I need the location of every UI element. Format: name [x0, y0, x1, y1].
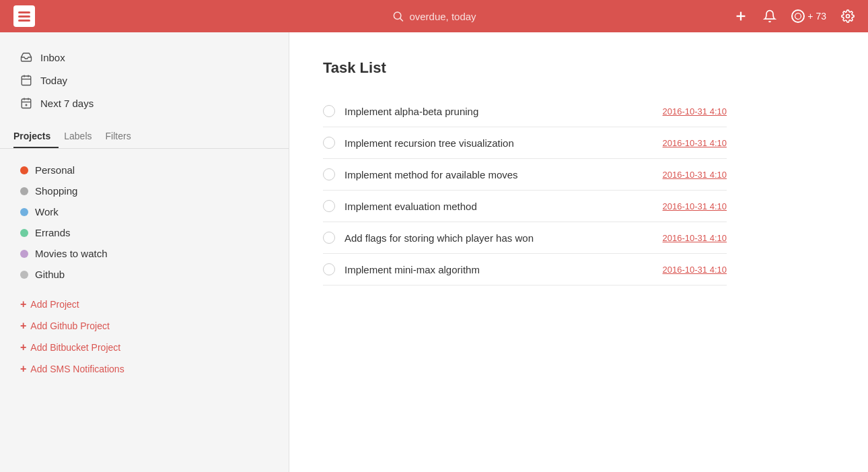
sidebar-projects: Personal Shopping Work Errands Movies to… — [0, 160, 289, 285]
sidebar-item-inbox[interactable]: Inbox — [13, 46, 275, 69]
task-checkbox-3[interactable] — [323, 168, 335, 180]
task-text-3: Implement method for available moves — [345, 169, 518, 180]
task-text-4: Implement evaluation method — [345, 201, 477, 212]
tab-labels[interactable]: Labels — [64, 125, 100, 148]
task-date-6: 2016-10-31 4:10 — [663, 265, 727, 275]
task-text-2: Implement recursion tree visualization — [345, 137, 514, 149]
sidebar-item-movies[interactable]: Movies to watch — [13, 243, 275, 264]
project-dot-personal — [20, 166, 28, 174]
karma-icon — [791, 9, 805, 23]
add-github-label: Add Github Project — [30, 321, 110, 331]
project-dot-errands — [20, 229, 28, 237]
today-icon — [20, 74, 32, 86]
task-left-4: Implement evaluation method — [323, 200, 477, 212]
tab-projects[interactable]: Projects — [13, 125, 59, 148]
task-item-1: Implement alpha-beta pruning 2016-10-31 … — [323, 96, 727, 127]
task-text-5: Add flags for storing which player has w… — [345, 232, 534, 244]
plus-icon: + — [20, 341, 26, 353]
svg-rect-1 — [18, 15, 30, 18]
karma-value: + 73 — [807, 11, 826, 22]
sidebar-actions: +Add Project+Add Github Project+Add Bitb… — [0, 285, 289, 378]
svg-line-4 — [400, 18, 403, 21]
add-github-button[interactable]: +Add Github Project — [13, 317, 275, 335]
settings-button[interactable] — [841, 9, 855, 23]
add-button[interactable] — [733, 9, 748, 24]
task-checkbox-2[interactable] — [323, 137, 335, 149]
sidebar-tabs: Projects Labels Filters — [0, 125, 289, 149]
task-item-4: Implement evaluation method 2016-10-31 4… — [323, 191, 727, 222]
project-label-movies: Movies to watch — [35, 248, 108, 259]
topbar-actions: + 73 — [733, 9, 855, 24]
main-content: Task List Implement alpha-beta pruning 2… — [289, 32, 868, 472]
sidebar-item-next7[interactable]: Next 7 days — [13, 92, 275, 114]
project-dot-shopping — [20, 187, 28, 195]
task-left-5: Add flags for storing which player has w… — [323, 232, 534, 244]
next7-label: Next 7 days — [40, 98, 94, 109]
task-text-6: Implement mini-max algorithm — [345, 264, 480, 275]
project-dot-work — [20, 208, 28, 216]
plus-icon: + — [20, 298, 26, 310]
search-icon — [392, 10, 404, 22]
inbox-icon — [20, 51, 32, 63]
project-label-personal: Personal — [35, 164, 75, 176]
task-date-1: 2016-10-31 4:10 — [663, 106, 727, 116]
task-text-1: Implement alpha-beta pruning — [345, 106, 478, 117]
task-list: Implement alpha-beta pruning 2016-10-31 … — [323, 96, 727, 285]
task-left-2: Implement recursion tree visualization — [323, 137, 514, 149]
project-label-shopping: Shopping — [35, 185, 77, 197]
task-item-5: Add flags for storing which player has w… — [323, 222, 727, 254]
svg-rect-9 — [22, 76, 31, 86]
project-label-work: Work — [35, 206, 59, 217]
plus-icon: + — [20, 363, 26, 375]
notifications-button[interactable] — [763, 9, 776, 23]
svg-rect-0 — [18, 11, 30, 13]
sidebar-item-today[interactable]: Today — [13, 69, 275, 92]
sidebar-item-errands[interactable]: Errands — [13, 222, 275, 243]
task-date-2: 2016-10-31 4:10 — [663, 138, 727, 148]
task-left-6: Implement mini-max algorithm — [323, 263, 480, 275]
task-checkbox-6[interactable] — [323, 263, 335, 275]
plus-icon: + — [20, 320, 26, 332]
add-bitbucket-button[interactable]: +Add Bitbucket Project — [13, 339, 275, 356]
task-left-1: Implement alpha-beta pruning — [323, 105, 478, 117]
sidebar-item-github[interactable]: Github — [13, 264, 275, 285]
topbar: overdue, today + 73 — [0, 0, 868, 32]
task-left-3: Implement method for available moves — [323, 168, 518, 180]
karma-badge[interactable]: + 73 — [791, 9, 826, 23]
svg-point-3 — [394, 12, 401, 20]
add-sms-label: Add SMS Notifications — [30, 364, 124, 374]
tab-filters[interactable]: Filters — [106, 125, 139, 148]
sidebar-item-personal[interactable]: Personal — [13, 160, 275, 180]
page-title: Task List — [323, 59, 834, 77]
today-label: Today — [40, 75, 67, 86]
project-label-errands: Errands — [35, 227, 71, 238]
sidebar-item-work[interactable]: Work — [13, 201, 275, 222]
svg-point-8 — [846, 15, 850, 18]
task-date-5: 2016-10-31 4:10 — [663, 233, 727, 243]
task-checkbox-1[interactable] — [323, 105, 335, 117]
add-bitbucket-label: Add Bitbucket Project — [30, 342, 120, 353]
inbox-label: Inbox — [40, 52, 65, 63]
search-placeholder: overdue, today — [409, 11, 476, 22]
task-date-3: 2016-10-31 4:10 — [663, 170, 727, 180]
add-project-button[interactable]: +Add Project — [13, 296, 275, 313]
project-dot-movies — [20, 250, 28, 258]
project-label-github: Github — [35, 269, 65, 280]
search-bar[interactable]: overdue, today — [392, 10, 476, 22]
project-dot-github — [20, 271, 28, 279]
sidebar: Inbox Today — [0, 32, 289, 472]
layout: Inbox Today — [0, 32, 868, 472]
task-item-3: Implement method for available moves 201… — [323, 159, 727, 191]
svg-rect-13 — [22, 99, 31, 108]
task-date-4: 2016-10-31 4:10 — [663, 201, 727, 211]
task-item-2: Implement recursion tree visualization 2… — [323, 127, 727, 159]
sidebar-nav: Inbox Today — [0, 46, 289, 114]
svg-rect-2 — [18, 20, 30, 22]
add-sms-button[interactable]: +Add SMS Notifications — [13, 360, 275, 378]
task-checkbox-4[interactable] — [323, 200, 335, 212]
task-item-6: Implement mini-max algorithm 2016-10-31 … — [323, 254, 727, 285]
sidebar-item-shopping[interactable]: Shopping — [13, 180, 275, 201]
logo[interactable] — [13, 5, 35, 27]
svg-point-7 — [795, 13, 801, 20]
task-checkbox-5[interactable] — [323, 232, 335, 244]
